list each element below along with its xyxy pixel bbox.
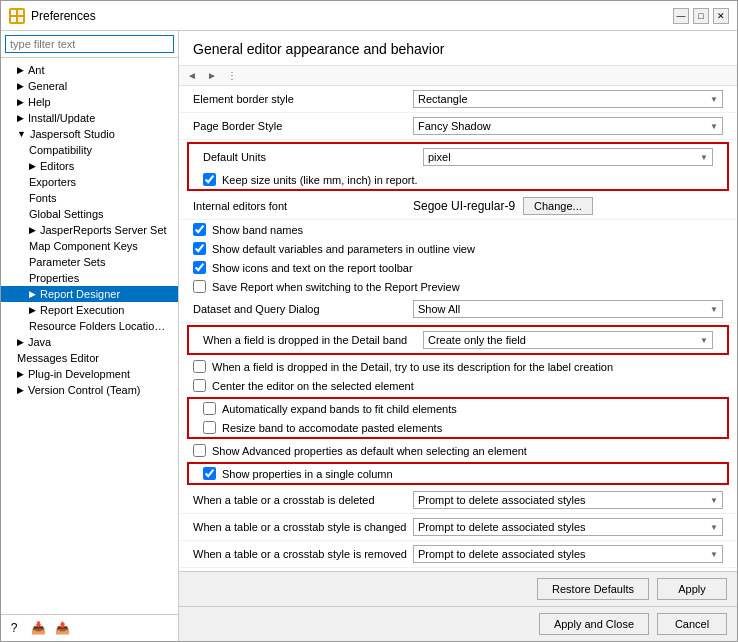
maximize-button[interactable]: □: [693, 8, 709, 24]
auto-expand-checkbox[interactable]: [203, 402, 216, 415]
sidebar-item-messages-editor[interactable]: Messages Editor: [1, 350, 178, 366]
dropdown-arrow-icon: ▼: [710, 122, 718, 131]
sidebar-item-label: Compatibility: [29, 144, 92, 156]
default-units-label: Default Units: [203, 151, 423, 163]
field-dropped-description-row: When a field is dropped in the Detail, t…: [179, 357, 737, 376]
show-band-names-row: Show band names: [179, 220, 737, 239]
show-properties-row: Show properties in a single column: [189, 464, 727, 483]
dropdown-arrow-icon: ▼: [700, 336, 708, 345]
dropdown-arrow-icon: ▼: [710, 550, 718, 559]
sidebar-item-plugin-development[interactable]: ▶ Plug-in Development: [1, 366, 178, 382]
sidebar-item-report-designer[interactable]: ▶ Report Designer: [1, 286, 178, 302]
sidebar-item-label: Help: [28, 96, 51, 108]
center-editor-label: Center the editor on the selected elemen…: [212, 380, 414, 392]
dataset-query-value: Show All ▼: [413, 300, 723, 318]
sidebar-item-label: Resource Folders Locatio…: [29, 320, 165, 332]
table-changed-dropdown[interactable]: Prompt to delete associated styles ▼: [413, 518, 723, 536]
auto-expand-row: Automatically expand bands to fit child …: [189, 399, 727, 418]
page-border-style-dropdown[interactable]: Fancy Shadow ▼: [413, 117, 723, 135]
sidebar-item-version-control[interactable]: ▶ Version Control (Team): [1, 382, 178, 398]
sidebar-item-label: Fonts: [29, 192, 57, 204]
minimize-button[interactable]: —: [673, 8, 689, 24]
sidebar-item-ant[interactable]: ▶ Ant: [1, 62, 178, 78]
resize-band-label: Resize band to accomodate pasted element…: [222, 422, 442, 434]
default-units-value: pixel ▼: [423, 148, 713, 166]
sidebar-item-map-component-keys[interactable]: Map Component Keys: [1, 238, 178, 254]
sidebar-item-label: Report Designer: [40, 288, 120, 300]
sidebar-item-help[interactable]: ▶ Help: [1, 94, 178, 110]
arrow-icon: ▶: [29, 289, 36, 299]
sidebar-item-resource-folders[interactable]: Resource Folders Locatio…: [1, 318, 178, 334]
internal-editors-font-row: Internal editors font Segoe UI-regular-9…: [179, 193, 737, 220]
sidebar-item-install-update[interactable]: ▶ Install/Update: [1, 110, 178, 126]
arrow-icon: ▶: [17, 337, 24, 347]
tree-area: ▶ Ant ▶ General ▶ Help ▶ Install/Update: [1, 58, 178, 614]
help-icon[interactable]: ?: [5, 619, 23, 637]
show-properties-checkbox[interactable]: [203, 467, 216, 480]
dataset-query-dropdown[interactable]: Show All ▼: [413, 300, 723, 318]
sidebar-item-label: Parameter Sets: [29, 256, 105, 268]
sidebar-item-compatibility[interactable]: Compatibility: [1, 142, 178, 158]
save-report-checkbox[interactable]: [193, 280, 206, 293]
show-icons-text-checkbox[interactable]: [193, 261, 206, 274]
sidebar-item-report-execution[interactable]: ▶ Report Execution: [1, 302, 178, 318]
table-removed-row: When a table or a crosstab style is remo…: [179, 541, 737, 568]
sidebar-item-java[interactable]: ▶ Java: [1, 334, 178, 350]
default-units-dropdown[interactable]: pixel ▼: [423, 148, 713, 166]
dataset-query-row: Dataset and Query Dialog Show All ▼: [179, 296, 737, 323]
dropdown-value: pixel: [428, 151, 451, 163]
search-input[interactable]: [5, 35, 174, 53]
more-button[interactable]: ⋮: [223, 68, 241, 83]
sidebar-item-properties[interactable]: Properties: [1, 270, 178, 286]
dataset-query-label: Dataset and Query Dialog: [193, 303, 413, 315]
field-dropped-description-checkbox[interactable]: [193, 360, 206, 373]
back-button[interactable]: ◄: [183, 68, 201, 83]
panel-header: General editor appearance and behavior: [179, 31, 737, 66]
table-removed-dropdown[interactable]: Prompt to delete associated styles ▼: [413, 545, 723, 563]
sidebar-item-editors[interactable]: ▶ Editors: [1, 158, 178, 174]
sidebar-item-label: Properties: [29, 272, 79, 284]
element-border-style-dropdown[interactable]: Rectangle ▼: [413, 90, 723, 108]
dropdown-value: Rectangle: [418, 93, 468, 105]
sidebar-item-global-settings[interactable]: Global Settings: [1, 206, 178, 222]
center-editor-checkbox[interactable]: [193, 379, 206, 392]
default-units-row: Default Units pixel ▼: [189, 144, 727, 170]
bottom-bar-2: Apply and Close Cancel: [179, 606, 737, 641]
table-changed-row: When a table or a crosstab style is chan…: [179, 514, 737, 541]
sidebar-item-general[interactable]: ▶ General: [1, 78, 178, 94]
arrow-icon: ▶: [17, 65, 24, 75]
sidebar-item-parameter-sets[interactable]: Parameter Sets: [1, 254, 178, 270]
apply-button[interactable]: Apply: [657, 578, 727, 600]
default-units-section: Default Units pixel ▼ Keep size units (l…: [187, 142, 729, 191]
apply-and-close-button[interactable]: Apply and Close: [539, 613, 649, 635]
dropdown-value: Show All: [418, 303, 460, 315]
restore-defaults-button[interactable]: Restore Defaults: [537, 578, 649, 600]
show-band-names-checkbox[interactable]: [193, 223, 206, 236]
dropdown-value: Create only the field: [428, 334, 526, 346]
export-icon[interactable]: 📤: [53, 619, 71, 637]
table-deleted-dropdown[interactable]: Prompt to delete associated styles ▼: [413, 491, 723, 509]
internal-editors-font-text: Segoe UI-regular-9: [413, 199, 515, 213]
arrow-icon: ▶: [17, 369, 24, 379]
close-button[interactable]: ✕: [713, 8, 729, 24]
preferences-window: Preferences — □ ✕ ▶ Ant: [0, 0, 738, 642]
sidebar-item-exporters[interactable]: Exporters: [1, 174, 178, 190]
cancel-button[interactable]: Cancel: [657, 613, 727, 635]
sidebar-item-jaspersoft-studio[interactable]: ▼ Jaspersoft Studio: [1, 126, 178, 142]
show-band-names-label: Show band names: [212, 224, 303, 236]
show-advanced-row: Show Advanced properties as default when…: [179, 441, 737, 460]
sidebar-item-fonts[interactable]: Fonts: [1, 190, 178, 206]
change-font-button[interactable]: Change...: [523, 197, 593, 215]
forward-button[interactable]: ►: [203, 68, 221, 83]
auto-expand-label: Automatically expand bands to fit child …: [222, 403, 457, 415]
show-default-variables-checkbox[interactable]: [193, 242, 206, 255]
sidebar-item-jasperreports-server-set[interactable]: ▶ JasperReports Server Set: [1, 222, 178, 238]
import-icon[interactable]: 📥: [29, 619, 47, 637]
table-deleted-label: When a table or a crosstab is deleted: [193, 494, 413, 506]
resize-band-checkbox[interactable]: [203, 421, 216, 434]
field-dropped-dropdown[interactable]: Create only the field ▼: [423, 331, 713, 349]
sidebar-item-label: JasperReports Server Set: [40, 224, 167, 236]
svg-rect-3: [18, 17, 23, 22]
keep-size-units-checkbox[interactable]: [203, 173, 216, 186]
show-advanced-checkbox[interactable]: [193, 444, 206, 457]
